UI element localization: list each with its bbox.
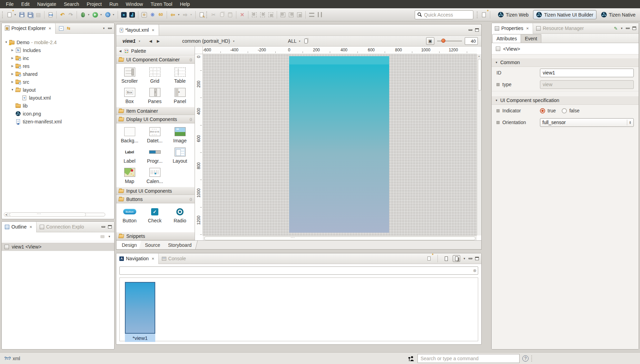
menu-run[interactable]: Run	[106, 0, 122, 8]
collapse-section-icon[interactable]: ▼	[495, 99, 498, 102]
view-menu-icon[interactable]: ▼	[108, 235, 111, 238]
package-manager-icon[interactable]: ⚙	[140, 10, 148, 19]
install-software-icon[interactable]: ❋	[148, 10, 157, 19]
indicator-false-radio[interactable]	[562, 108, 567, 113]
collapse-section-icon[interactable]: ▼	[495, 61, 498, 64]
tree-item-manifest[interactable]: ≡▦ tizen-manifest.xml	[2, 118, 114, 125]
profile-dropdown-icon[interactable]: ▼	[112, 13, 115, 16]
filter-all-selector[interactable]: ALL	[288, 38, 297, 44]
tab-outline[interactable]: Outline ✕	[2, 222, 37, 232]
menu-navigate[interactable]: Navigate	[33, 0, 60, 8]
api-checker-icon[interactable]: 60	[157, 10, 165, 19]
menu-tizen-tool[interactable]: Tizen Tool	[147, 0, 176, 8]
radio-label[interactable]: false	[569, 108, 580, 113]
view-menu-icon[interactable]: ▼	[463, 257, 466, 260]
back-dropdown-icon[interactable]: ▼	[177, 13, 180, 16]
pin-icon[interactable]: ⟨⟩	[189, 58, 192, 62]
landscape-toggle-icon[interactable]	[453, 255, 460, 262]
distribute-h-icon[interactable]	[279, 10, 287, 19]
quick-access-input[interactable]	[424, 12, 465, 18]
palette-section-container[interactable]: UI Component Container ⟨⟩	[116, 55, 195, 64]
resolution-dropdown-icon[interactable]: ▼	[232, 40, 236, 42]
palette-item-layout[interactable]: Layout	[167, 145, 193, 166]
palette-item-box[interactable]: BoxBox	[117, 86, 142, 106]
debug-icon[interactable]	[79, 10, 87, 19]
expander-icon[interactable]: ▼	[4, 41, 9, 44]
outline-item-view1[interactable]: view1 <View>	[2, 243, 114, 251]
tab-storyboard[interactable]: Storyboard	[162, 241, 198, 249]
cut-icon[interactable]: ✂	[209, 10, 218, 19]
palette-collapse-icon[interactable]: ◀	[119, 49, 121, 53]
menu-project[interactable]: Project	[83, 0, 106, 8]
tree-item-res[interactable]: ▶ res	[2, 62, 114, 70]
binary-010-icon[interactable]: 010	[46, 10, 55, 19]
tab-layout-xml[interactable]: T *layout.xml ✕	[116, 24, 159, 36]
tree-item-inc[interactable]: ▶ inc	[2, 54, 114, 62]
redo-icon[interactable]: ↷	[67, 10, 75, 19]
palette-item-button[interactable]: ButtonButton	[117, 205, 142, 225]
menu-edit[interactable]: Edit	[18, 0, 33, 8]
expander-icon[interactable]: ▼	[10, 88, 15, 91]
new-file-dropdown-icon[interactable]: ▼	[13, 13, 17, 16]
close-icon[interactable]: ✕	[151, 256, 155, 261]
collapse-all-icon[interactable]: −	[59, 26, 63, 31]
canvas-vertical-scrollbar[interactable]	[477, 54, 481, 235]
horizontal-scrollbar[interactable]: ◀	[4, 212, 107, 217]
view-selector-dropdown-icon[interactable]: ▼	[138, 40, 141, 42]
palette-item-grid[interactable]: Grid	[142, 65, 167, 86]
tab-connection-explorer[interactable]: Connection Explo	[37, 222, 87, 232]
open-perspective-icon[interactable]: ✦	[480, 10, 488, 19]
link-with-editor-icon[interactable]: ⇆	[67, 26, 70, 31]
copy-icon[interactable]	[218, 10, 226, 19]
palette-section-display[interactable]: Display UI Components ⟨⟩	[116, 115, 195, 123]
navigation-filter-input[interactable]	[120, 268, 472, 273]
filter-dropdown-icon[interactable]: ▼	[298, 40, 301, 42]
delete-icon[interactable]: ✕	[238, 10, 246, 19]
quick-access[interactable]	[415, 10, 473, 19]
save-all-icon[interactable]	[26, 10, 34, 19]
tree-item-lib[interactable]: lib	[2, 102, 114, 110]
palette-item-panes[interactable]: Panes	[142, 86, 167, 106]
tree-item-includes[interactable]: ▶ h Includes	[2, 46, 114, 54]
palette-item-table[interactable]: Table	[167, 65, 193, 86]
expander-icon[interactable]: ▶	[10, 64, 15, 68]
tab-console[interactable]: Console	[159, 253, 189, 264]
profile-icon[interactable]: ◷	[104, 10, 112, 19]
prev-view-icon[interactable]: ◀	[147, 38, 154, 44]
view-menu-icon[interactable]: ▼	[620, 27, 623, 30]
palette-section-buttons[interactable]: Buttons ⟨⟩	[116, 195, 195, 203]
minimize-icon[interactable]	[108, 28, 112, 29]
view-menu-icon[interactable]: ▼	[102, 27, 105, 30]
view1-canvas-object[interactable]	[289, 56, 389, 233]
zoom-slider-thumb[interactable]	[441, 39, 445, 43]
new-view-icon[interactable]: ✦	[425, 254, 433, 263]
portrait-toggle-icon[interactable]	[442, 255, 450, 262]
columns-layout-icon[interactable]	[316, 10, 324, 19]
last-edit-icon[interactable]: ✎	[197, 10, 206, 19]
tree-item-layout-xml[interactable]: T layout.xml	[2, 94, 114, 102]
expander-icon[interactable]: ▶	[10, 72, 15, 75]
forward-icon[interactable]: ⇨	[181, 10, 189, 19]
undo-icon[interactable]: ↶	[58, 10, 67, 19]
spinner-icons[interactable]: ▲▼	[627, 120, 631, 125]
palette-item-datetime[interactable]: ∧∧∧2013 12 31∨∨∨Datet...	[142, 125, 167, 145]
tab-navigation[interactable]: A Navigation ✕	[116, 253, 159, 264]
perspective-tizen-native[interactable]: Tizen Native	[598, 10, 639, 19]
palette-item-label[interactable]: LabelLabel	[117, 145, 142, 166]
indicator-true-radio[interactable]	[540, 108, 545, 113]
save-icon[interactable]	[18, 10, 26, 19]
expander-icon[interactable]: ▶	[10, 80, 15, 83]
id-input[interactable]	[540, 69, 634, 77]
tree-item-layout[interactable]: ▼ layout	[2, 86, 114, 94]
maximize-icon[interactable]	[475, 257, 479, 260]
menu-file[interactable]: File	[2, 0, 18, 8]
palette-item-map[interactable]: Map	[117, 166, 142, 186]
align-center-icon[interactable]	[258, 10, 267, 19]
tree-item-shared[interactable]: ▶ shared	[2, 70, 114, 78]
tab-resource-manager[interactable]: Resource Manager	[533, 23, 587, 34]
command-search-input[interactable]	[417, 354, 520, 363]
palette-item-background[interactable]: Backg...	[117, 125, 142, 145]
tab-project-explorer[interactable]: ▨ Project Explorer ✕	[2, 23, 56, 34]
palette-section-snippets[interactable]: Snippets	[116, 232, 195, 240]
tree-item-icon-png[interactable]: icon.png	[2, 110, 114, 118]
